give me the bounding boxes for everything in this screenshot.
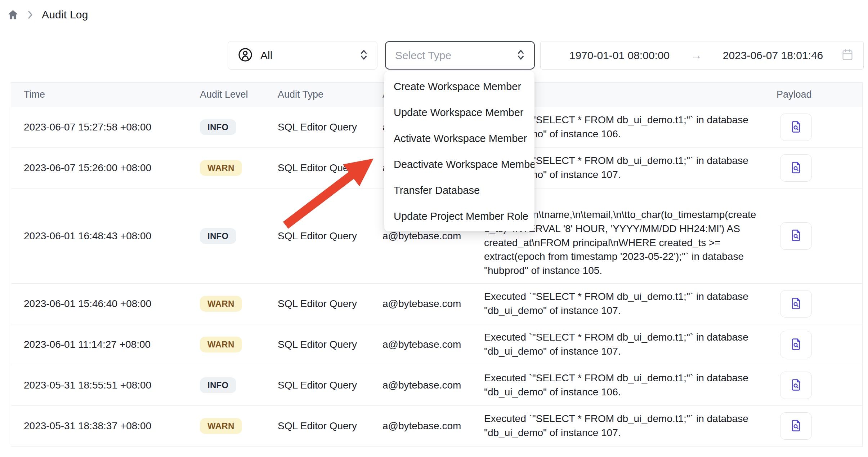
type-select-dropdown-menu: Create Workspace Member Update Workspace… <box>384 71 534 231</box>
actor-cell: a@bytebase.com <box>382 420 484 432</box>
time-cell: 2023-06-01 16:48:43 +08:00 <box>11 230 200 242</box>
menu-item-create-workspace-member[interactable]: Create Workspace Member <box>384 74 534 99</box>
date-range-picker[interactable]: 1970-01-01 08:00:00 → 2023-06-07 18:01:4… <box>540 41 864 70</box>
payload-button[interactable] <box>780 372 812 399</box>
payload-button[interactable] <box>780 222 812 250</box>
time-cell: 2023-05-31 18:55:51 +08:00 <box>11 380 200 391</box>
audit-level-badge: WARN <box>200 418 242 434</box>
audit-type-cell: SQL Editor Query <box>278 162 382 174</box>
type-filter-placeholder: Select Type <box>395 49 451 62</box>
payload-button[interactable] <box>780 154 812 182</box>
audit-level-badge: INFO <box>200 377 236 393</box>
comment-cell: Executed `"SELECT * FROM db_ui_demo.t1;"… <box>484 330 771 358</box>
time-cell: 2023-05-31 18:38:37 +08:00 <box>11 420 200 432</box>
file-search-icon <box>790 120 802 134</box>
payload-button[interactable] <box>780 331 812 358</box>
menu-item-update-project-member-role[interactable]: Update Project Member Role <box>384 203 534 229</box>
date-range-end[interactable]: 2023-06-07 18:01:46 <box>704 49 842 62</box>
actor-cell: a@bytebase.com <box>382 230 484 242</box>
table-row: 2023-05-31 18:38:37 +08:00 WARN SQL Edit… <box>11 406 862 447</box>
actor-cell: a@bytebase.com <box>382 380 484 391</box>
select-chevrons-icon <box>360 49 368 62</box>
column-header-payload: Payload <box>771 89 862 100</box>
time-cell: 2023-06-01 15:46:40 +08:00 <box>11 298 200 310</box>
breadcrumb: Audit Log <box>7 9 88 21</box>
actor-filter-select[interactable]: All <box>228 41 377 70</box>
audit-level-badge: INFO <box>200 119 236 135</box>
payload-button[interactable] <box>780 412 812 440</box>
audit-type-cell: SQL Editor Query <box>278 298 382 310</box>
date-range-start[interactable]: 1970-01-01 08:00:00 <box>551 49 688 62</box>
file-search-icon <box>790 338 802 352</box>
audit-level-badge: INFO <box>200 228 236 244</box>
time-cell: 2023-06-07 15:26:00 +08:00 <box>11 162 200 174</box>
select-chevrons-icon <box>517 49 525 62</box>
table-row: 2023-06-01 11:14:27 +08:00 WARN SQL Edit… <box>11 324 862 365</box>
comment-cell: Executed `"SELECT * FROM db_ui_demo.t1;"… <box>484 371 771 399</box>
audit-level-badge: WARN <box>200 337 242 352</box>
file-search-icon <box>790 297 802 311</box>
time-cell: 2023-06-07 15:27:58 +08:00 <box>11 121 200 133</box>
chevron-right-icon <box>27 10 33 19</box>
audit-level-badge: WARN <box>200 160 242 176</box>
column-header-time: Time <box>11 89 200 100</box>
audit-type-cell: SQL Editor Query <box>278 121 382 133</box>
table-row: 2023-05-31 18:55:51 +08:00 INFO SQL Edit… <box>11 365 862 406</box>
page-title: Audit Log <box>42 9 88 21</box>
menu-item-update-workspace-member[interactable]: Update Workspace Member <box>384 99 534 125</box>
time-cell: 2023-06-01 11:14:27 +08:00 <box>11 339 200 350</box>
audit-type-cell: SQL Editor Query <box>278 380 382 391</box>
file-search-icon <box>790 161 802 175</box>
payload-button[interactable] <box>780 114 812 141</box>
home-icon[interactable] <box>7 9 19 21</box>
audit-type-cell: SQL Editor Query <box>278 339 382 350</box>
type-filter-select[interactable]: Select Type <box>385 41 535 70</box>
file-search-icon <box>790 229 802 243</box>
actor-cell: a@bytebase.com <box>382 339 484 350</box>
payload-button[interactable] <box>780 290 812 318</box>
actor-filter-value: All <box>260 49 272 62</box>
comment-cell: Executed `"SELECT * FROM db_ui_demo.t1;"… <box>484 412 771 440</box>
account-icon <box>237 47 253 64</box>
column-header-audit-type: Audit Type <box>278 89 382 100</box>
audit-type-cell: SQL Editor Query <box>278 420 382 432</box>
actor-cell: a@bytebase.com <box>382 298 484 310</box>
column-header-audit-level: Audit Level <box>200 89 278 100</box>
calendar-icon <box>842 49 853 62</box>
menu-item-transfer-database[interactable]: Transfer Database <box>384 177 534 203</box>
arrow-right-icon: → <box>688 49 704 62</box>
comment-cell: Executed `"SELECT * FROM db_ui_demo.t1;"… <box>484 290 771 318</box>
table-row: 2023-06-01 15:46:40 +08:00 WARN SQL Edit… <box>11 284 862 324</box>
menu-item-activate-workspace-member[interactable]: Activate Workspace Member <box>384 125 534 151</box>
menu-item-deactivate-workspace-member[interactable]: Deactivate Workspace Member <box>384 151 534 177</box>
audit-type-cell: SQL Editor Query <box>278 230 382 242</box>
file-search-icon <box>790 378 802 392</box>
file-search-icon <box>790 419 802 433</box>
audit-level-badge: WARN <box>200 296 242 312</box>
audit-log-page: { "breadcrumb": { "home_icon": "home-ico… <box>0 0 868 457</box>
